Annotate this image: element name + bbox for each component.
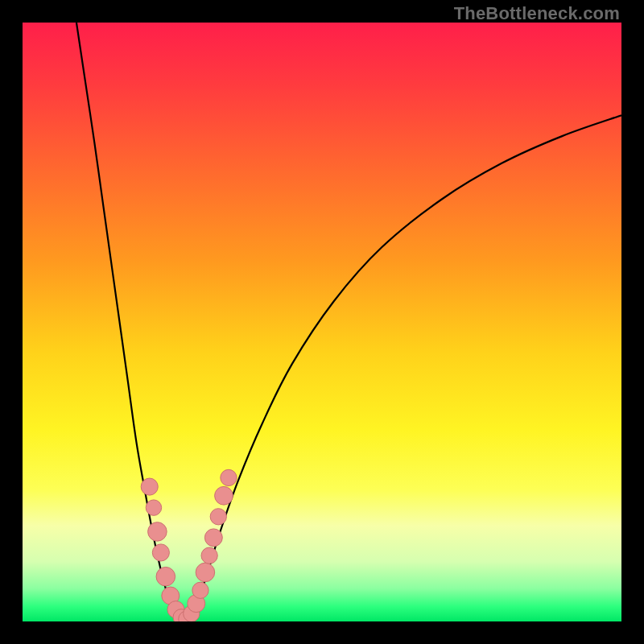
data-marker [152,544,169,561]
data-marker [201,547,217,564]
data-marker [146,500,161,515]
data-marker [215,486,233,505]
gradient-background [23,23,621,621]
watermark-text: TheBottleneck.com [454,3,620,24]
data-marker [192,582,208,598]
data-marker [204,529,222,547]
data-marker [210,509,226,525]
data-marker [221,469,237,485]
chart-frame: TheBottleneck.com [0,0,644,644]
data-marker [148,522,167,542]
data-marker [141,478,158,495]
data-marker [156,567,175,586]
data-marker [196,563,215,582]
bottleneck-curve-chart [23,23,621,621]
plot-area [23,23,621,621]
